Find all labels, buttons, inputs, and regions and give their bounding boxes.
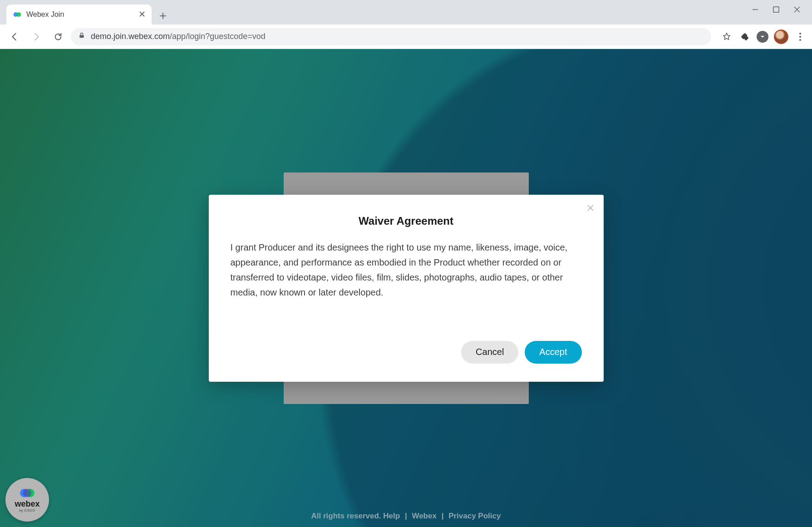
- close-window-button[interactable]: [793, 5, 801, 14]
- brand-name: webex: [15, 499, 39, 509]
- page-content: Waiver Agreement I grant Producer and it…: [0, 49, 812, 527]
- back-button[interactable]: [5, 28, 24, 46]
- waiver-modal: Waiver Agreement I grant Producer and it…: [209, 195, 604, 382]
- cancel-button[interactable]: Cancel: [461, 341, 518, 364]
- modal-actions: Cancel Accept: [231, 341, 582, 364]
- webex-favicon-icon: [13, 10, 22, 19]
- tab-strip: Webex Join: [0, 0, 812, 25]
- url-host: demo.join.webex.com: [91, 32, 170, 41]
- browser-tab[interactable]: Webex Join: [6, 5, 152, 25]
- address-bar[interactable]: demo.join.webex.com/app/login?guestcode=…: [71, 28, 711, 45]
- window-controls: [751, 0, 812, 19]
- footer-sep: |: [442, 512, 444, 520]
- footer-help-link[interactable]: Help: [383, 512, 400, 520]
- extensions-button[interactable]: [738, 30, 751, 43]
- footer-rights: All rights reserved.: [311, 512, 381, 520]
- page-footer: All rights reserved. Help | Webex | Priv…: [0, 512, 812, 521]
- minimize-button[interactable]: [751, 5, 759, 14]
- toolbar-right: [715, 30, 807, 44]
- brand-subtitle: by CISCO: [19, 509, 35, 512]
- webex-brand-badge[interactable]: webex by CISCO: [5, 478, 49, 522]
- kebab-menu-button[interactable]: [794, 30, 807, 43]
- tab-title: Webex Join: [26, 10, 139, 19]
- footer-privacy-link[interactable]: Privacy Policy: [448, 512, 501, 520]
- lock-icon: [78, 32, 85, 41]
- browser-toolbar: demo.join.webex.com/app/login?guestcode=…: [0, 25, 812, 49]
- modal-title: Waiver Agreement: [231, 215, 582, 227]
- new-tab-button[interactable]: [154, 7, 172, 25]
- footer-webex-link[interactable]: Webex: [412, 512, 437, 520]
- reload-button[interactable]: [49, 28, 67, 46]
- svg-point-5: [16, 12, 21, 17]
- svg-point-13: [799, 39, 801, 41]
- svg-rect-1: [773, 7, 779, 12]
- profile-avatar[interactable]: [774, 30, 788, 44]
- forward-button[interactable]: [27, 28, 45, 46]
- accept-button[interactable]: Accept: [525, 341, 581, 364]
- footer-sep: |: [405, 512, 407, 520]
- bookmark-star-button[interactable]: [720, 30, 733, 43]
- url-path: /app/login?guestcode=vod: [170, 32, 266, 41]
- tab-close-button[interactable]: [139, 10, 145, 20]
- svg-point-11: [799, 33, 801, 34]
- profile-indicator-icon[interactable]: [757, 31, 768, 43]
- svg-point-18: [23, 489, 31, 497]
- modal-close-button[interactable]: [586, 203, 595, 215]
- svg-rect-10: [79, 35, 84, 38]
- webex-logo-icon: [18, 488, 36, 498]
- modal-body-text: I grant Producer and its designees the r…: [231, 240, 582, 300]
- svg-point-12: [799, 36, 801, 38]
- maximize-button[interactable]: [772, 5, 780, 14]
